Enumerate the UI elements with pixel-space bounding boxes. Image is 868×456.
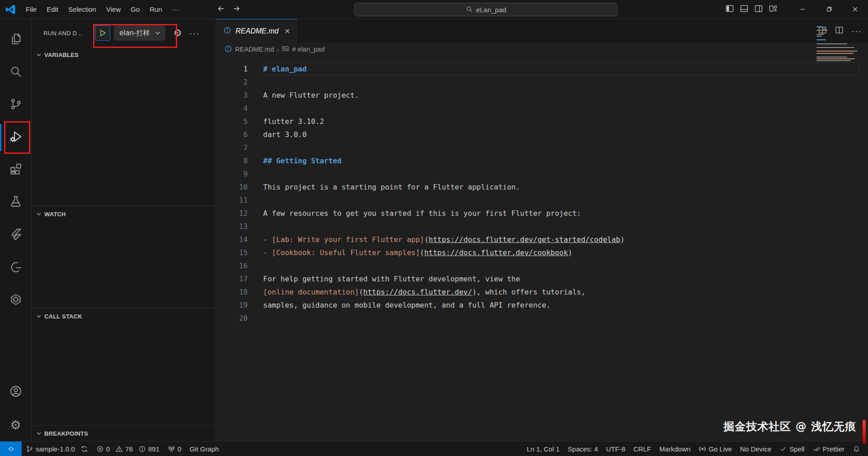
dart-icon <box>9 260 23 276</box>
activity-dart[interactable] <box>0 252 31 284</box>
accounts-icon <box>9 385 23 400</box>
toggle-panel-icon[interactable] <box>740 4 749 15</box>
code-line-10[interactable]: 10This project is a starting point for a… <box>216 180 868 194</box>
activity-extensions[interactable] <box>0 154 31 186</box>
status-notifications[interactable] <box>849 442 864 456</box>
variables-section-header[interactable]: VARIABLES <box>32 47 216 62</box>
status-go-live[interactable]: Go Live <box>694 442 736 456</box>
minimize-button[interactable] <box>789 0 816 19</box>
status-encoding[interactable]: UTF-8 <box>602 442 630 456</box>
tab-readme[interactable]: README.md ✕ <box>216 19 297 43</box>
code-line-11[interactable]: 11 <box>216 194 868 207</box>
variables-section: VARIABLES <box>32 47 216 206</box>
status-cursor-position[interactable]: Ln 1, Col 1 <box>523 442 564 456</box>
line-content: [online documentation](https://docs.flut… <box>263 285 859 299</box>
code-line-4[interactable]: 4 <box>216 102 868 115</box>
menu-file[interactable]: File <box>21 3 42 15</box>
testing-icon <box>9 195 23 210</box>
breakpoints-section-header[interactable]: BREAKPOINTS <box>32 426 216 441</box>
code-line-6[interactable]: 6dart 3.0.0 <box>216 128 868 141</box>
restore-button[interactable] <box>816 0 842 19</box>
customize-layout-icon[interactable] <box>769 4 778 15</box>
tab-close-icon[interactable]: ✕ <box>284 27 290 35</box>
toggle-secondary-sidebar-icon[interactable] <box>754 4 763 15</box>
navigate-back-icon[interactable] <box>217 4 226 15</box>
activity-openai[interactable] <box>0 284 31 317</box>
activity-testing[interactable] <box>0 186 31 219</box>
status-prettier[interactable]: Prettier <box>809 442 849 456</box>
code-editor[interactable]: 1# elan_pad23A new Flutter project.45flu… <box>216 56 868 441</box>
line-number: 17 <box>216 272 248 285</box>
explorer-icon <box>9 32 23 48</box>
code-line-18[interactable]: 18[online documentation](https://docs.fl… <box>216 285 868 299</box>
code-line-9[interactable]: 9 <box>216 167 868 180</box>
code-line-13[interactable]: 13 <box>216 220 868 233</box>
activity-source-control[interactable] <box>0 89 31 121</box>
menu-run[interactable]: Run <box>145 3 167 15</box>
activity-run-and-debug[interactable] <box>0 121 31 154</box>
breadcrumb-file[interactable]: README.md <box>224 45 274 54</box>
code-line-8[interactable]: 8## Getting Started <box>216 154 868 167</box>
call-stack-section-header[interactable]: CALL STACK <box>32 309 216 324</box>
status-language-mode[interactable]: Markdown <box>655 442 694 456</box>
broadcast-icon <box>168 445 175 453</box>
command-center-search[interactable]: eLan_pad <box>354 3 618 16</box>
dblcheck-icon <box>813 445 821 453</box>
navigate-forward-icon[interactable] <box>232 4 241 15</box>
activity-search[interactable] <box>0 56 31 89</box>
status-device[interactable]: No Device <box>736 442 775 456</box>
line-number: 7 <box>216 141 248 154</box>
menu-go[interactable]: Go <box>126 3 145 15</box>
branch-icon <box>26 445 33 453</box>
code-line-2[interactable]: 2 <box>216 76 868 89</box>
code-line-1[interactable]: 1# elan_pad <box>216 62 868 76</box>
line-content: dart 3.0.0 <box>263 128 859 141</box>
code-line-7[interactable]: 7 <box>216 141 868 154</box>
start-debug-button[interactable] <box>95 25 110 41</box>
activity-flutter[interactable] <box>0 219 31 252</box>
menu-edit[interactable]: Edit <box>42 3 63 15</box>
activity-explorer[interactable] <box>0 24 31 56</box>
breadcrumb-symbol[interactable]: # elan_pad <box>282 45 325 54</box>
code-line-17[interactable]: 17For help getting started with Flutter … <box>216 272 868 285</box>
status-git-branch[interactable]: sample-1.0.0 <box>22 442 92 456</box>
run-config-dropdown[interactable]: elan-打样 <box>114 25 165 41</box>
status-remote-indicator[interactable] <box>0 442 22 456</box>
activity-settings[interactable]: ⚙ <box>0 408 31 441</box>
menu-selection[interactable]: Selection <box>63 3 101 15</box>
code-line-12[interactable]: 12A few resources to get you started if … <box>216 207 868 220</box>
watermark-text: 掘金技术社区 @ 浅忆无痕 <box>723 419 856 434</box>
status-eol[interactable]: CRLF <box>629 442 655 456</box>
line-number: 13 <box>216 220 248 233</box>
close-button[interactable] <box>842 0 868 19</box>
line-content: flutter 3.10.2 <box>263 115 859 128</box>
code-line-3[interactable]: 3A new Flutter project. <box>216 89 868 102</box>
line-number: 20 <box>216 312 248 325</box>
status-spell[interactable]: Spell <box>775 442 808 456</box>
check-icon <box>779 445 787 453</box>
info-icon <box>138 445 146 453</box>
status-indentation[interactable]: Spaces: 4 <box>564 442 602 456</box>
activity-accounts[interactable] <box>0 376 31 408</box>
watch-section-header[interactable]: WATCH <box>32 206 216 222</box>
code-line-5[interactable]: 5flutter 3.10.2 <box>216 115 868 128</box>
golive-icon <box>698 445 706 453</box>
code-line-15[interactable]: 15- [Cookbook: Useful Flutter samples](h… <box>216 246 868 259</box>
code-line-14[interactable]: 14- [Lab: Write your first Flutter app](… <box>216 233 868 246</box>
status-problems[interactable]: 076891 <box>92 442 164 456</box>
debug-settings-gear-icon[interactable]: ⚙ <box>174 28 182 38</box>
title-bar: FileEditSelectionViewGoRun··· eLan_pad <box>0 0 868 19</box>
code-line-20[interactable]: 20 <box>216 312 868 325</box>
status-git-graph[interactable]: Git Graph <box>185 442 223 456</box>
debug-more-actions-icon[interactable]: ··· <box>189 28 199 38</box>
code-line-16[interactable]: 16 <box>216 259 868 272</box>
status-bar: sample-1.0.00768910Git Graph Ln 1, Col 1… <box>0 441 868 456</box>
menu-[interactable]: ··· <box>167 3 184 15</box>
minimap[interactable] <box>816 26 858 64</box>
line-content: For help getting started with Flutter de… <box>263 272 859 285</box>
menu-view[interactable]: View <box>101 3 126 15</box>
status-ports[interactable]: 0 <box>164 442 185 456</box>
line-content: - [Lab: Write your first Flutter app](ht… <box>263 233 859 246</box>
toggle-primary-sidebar-icon[interactable] <box>725 4 734 15</box>
code-line-19[interactable]: 19samples, guidance on mobile developmen… <box>216 299 868 312</box>
